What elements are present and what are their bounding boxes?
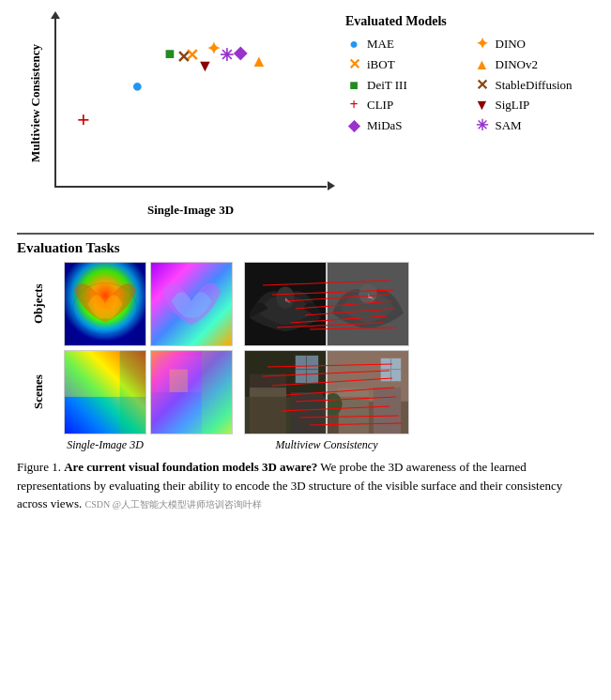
- legend-label: SigLIP: [496, 98, 530, 113]
- y-axis-label: Multiview Consistency: [28, 44, 43, 162]
- svg-rect-30: [291, 392, 323, 434]
- scenes-row: Scenes: [17, 350, 233, 434]
- legend-label: MAE: [367, 37, 394, 52]
- eval-section: Evaluation Tasks Objects: [17, 233, 594, 452]
- legend-symbol: ◆: [345, 116, 362, 134]
- legend-item-siglip: ▼SigLIP: [474, 97, 595, 114]
- legend-symbol: ▲: [474, 56, 491, 73]
- legend-item-deit-iii: ■DeiT III: [345, 76, 466, 94]
- multiview-label: Multiview Consistency: [244, 438, 409, 452]
- legend-item-dino: ✦DINO: [474, 35, 595, 53]
- watermark: CSDN @人工智能大模型讲师培训咨询叶样: [85, 499, 262, 510]
- legend-item-midas: ◆MiDaS: [345, 116, 466, 134]
- legend-symbol: ●: [345, 36, 362, 53]
- y-axis-wrapper: Multiview Consistency: [19, 19, 53, 188]
- caption-bold: Are current visual foundation models 3D …: [64, 460, 317, 474]
- single-image-label: Single-Image 3D: [64, 438, 146, 452]
- data-point-midas: ◆: [234, 44, 247, 61]
- svg-rect-11: [151, 392, 202, 434]
- legend-label: DINOv2: [496, 57, 539, 72]
- legend-item-sam: ✳SAM: [474, 116, 595, 134]
- legend-symbol: ✦: [474, 35, 491, 53]
- svg-rect-10: [202, 351, 232, 434]
- scatter-section: Multiview Consistency ▼◆✦✕▲■✕●+✳ Single-…: [17, 9, 594, 225]
- objects-row: Objects: [17, 262, 233, 346]
- data-point-stablediffusion: ✕: [176, 49, 191, 66]
- photo-bird-left: [244, 262, 327, 346]
- legend-item-ibot: ✕iBOT: [345, 55, 466, 73]
- depth-bird-1: [64, 262, 146, 346]
- svg-point-14: [276, 286, 295, 308]
- objects-label: Objects: [17, 262, 60, 346]
- legend-item-dinov2: ▲DINOv2: [474, 55, 595, 73]
- legend-label: iBOT: [367, 57, 395, 72]
- caption: Figure 1. Are current visual foundation …: [17, 458, 594, 513]
- legend-symbol: ▼: [474, 97, 491, 114]
- data-point-siglip: ▼: [196, 57, 213, 74]
- svg-point-1: [73, 283, 137, 335]
- photo-scene-right: [327, 350, 409, 434]
- svg-rect-38: [374, 388, 401, 434]
- legend-grid: ●MAE✦DINO✕iBOT▲DINOv2■DeiT III✕StableDif…: [345, 35, 594, 134]
- legend-label: DeiT III: [367, 78, 407, 93]
- svg-marker-7: [65, 351, 120, 397]
- photo-bird-right: [327, 262, 409, 346]
- legend-area: Evaluated Models ●MAE✦DINO✕iBOT▲DINOv2■D…: [336, 9, 594, 134]
- photo-scene-left: [244, 350, 327, 434]
- legend-label: StableDiffusion: [496, 78, 573, 93]
- eval-title: Evaluation Tasks: [17, 240, 594, 256]
- svg-rect-6: [120, 351, 145, 434]
- legend-symbol: ■: [345, 77, 362, 94]
- data-point-clip: +: [77, 108, 90, 130]
- chart-area: Multiview Consistency ▼◆✦✕▲■✕●+✳ Single-…: [17, 9, 336, 225]
- y-arrow-icon: [51, 11, 60, 19]
- legend-item-mae: ●MAE: [345, 35, 466, 53]
- legend-symbol: ✕: [474, 76, 491, 94]
- left-col-labels: Single-Image 3D: [64, 438, 233, 452]
- depth-scene-2: [150, 350, 233, 434]
- mv-birds-pair: [244, 262, 409, 346]
- scenes-label: Scenes: [17, 350, 60, 434]
- legend-label: DINO: [496, 37, 527, 52]
- mv-scenes-pair: [244, 350, 409, 434]
- data-point-dinov2: ▲: [251, 53, 267, 69]
- data-point-deit-iii: ■: [165, 45, 176, 62]
- legend-label: CLIP: [367, 98, 393, 113]
- chart-inner: ▼◆✦✕▲■✕●+✳: [54, 19, 327, 188]
- legend-symbol: ✕: [345, 55, 362, 73]
- svg-rect-37: [337, 388, 369, 397]
- svg-rect-12: [170, 370, 189, 392]
- legend-item-clip: +CLIP: [345, 97, 466, 114]
- x-arrow-icon: [328, 181, 335, 190]
- data-point-sam: ✳: [220, 47, 234, 64]
- legend-symbol: +: [345, 97, 362, 114]
- legend-label: MiDaS: [367, 118, 403, 133]
- x-axis-label: Single-Image 3D: [54, 203, 327, 218]
- legend-symbol: ✳: [474, 116, 491, 134]
- caption-figure-label: Figure 1.: [17, 460, 61, 474]
- depth-scene-1: [64, 350, 146, 434]
- main-container: Multiview Consistency ▼◆✦✕▲■✕●+✳ Single-…: [0, 0, 611, 523]
- legend-label: SAM: [496, 118, 522, 133]
- depth-bird-2: [150, 262, 233, 346]
- svg-rect-0: [65, 263, 145, 345]
- legend-item-stablediffusion: ✕StableDiffusion: [474, 76, 595, 94]
- data-point-mae: ●: [131, 76, 143, 95]
- legend-title: Evaluated Models: [345, 14, 594, 29]
- svg-rect-29: [250, 373, 286, 388]
- data-point-dino: ✦: [206, 40, 221, 57]
